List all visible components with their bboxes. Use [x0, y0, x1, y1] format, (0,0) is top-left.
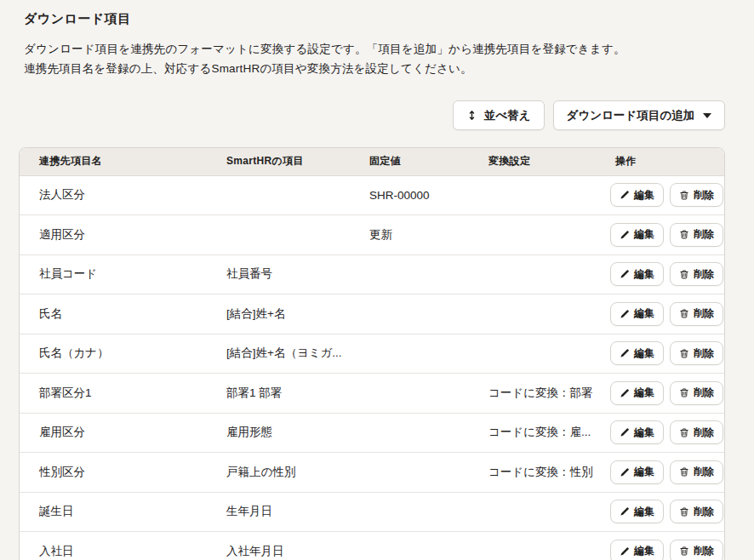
cell-smarthr-item: [結合]姓+名（ヨミガ... [226, 334, 369, 374]
cell-operations: 編集 削除 [610, 453, 724, 493]
edit-button-label: 編集 [634, 188, 654, 203]
column-header-destination-item-name: 連携先項目名 [20, 148, 226, 175]
trash-icon [679, 229, 689, 240]
trash-icon [679, 190, 689, 201]
cell-fixed-value [369, 532, 488, 560]
delete-button[interactable]: 削除 [670, 262, 723, 286]
table-row: 氏名（カナ） [結合]姓+名（ヨミガ... 編集 [20, 334, 724, 374]
delete-button[interactable]: 削除 [670, 183, 723, 207]
edit-button[interactable]: 編集 [610, 420, 664, 444]
delete-button[interactable]: 削除 [670, 420, 723, 444]
cell-destination-item-name: 入社日 [20, 532, 226, 560]
edit-button-label: 編集 [634, 426, 654, 440]
row-actions: 編集 削除 [610, 334, 724, 374]
cell-smarthr-item: [結合]姓+名 [226, 294, 369, 334]
cell-conversion-setting [488, 175, 610, 215]
sort-button-label: 並べ替え [484, 108, 531, 123]
cell-destination-item-name: 社員コード [20, 254, 226, 294]
cell-smarthr-item [226, 175, 369, 215]
edit-button[interactable]: 編集 [610, 381, 664, 405]
delete-button[interactable]: 削除 [670, 302, 723, 326]
pencil-icon [620, 348, 630, 358]
edit-button[interactable]: 編集 [610, 262, 664, 286]
edit-button-label: 編集 [634, 505, 654, 519]
cell-operations: 編集 削除 [610, 254, 724, 294]
sort-button[interactable]: 並べ替え [453, 100, 545, 130]
pencil-icon [620, 190, 630, 200]
delete-button[interactable]: 削除 [670, 460, 723, 484]
table-header: 連携先項目名 SmartHRの項目 固定値 変換設定 操作 [20, 148, 724, 175]
edit-button[interactable]: 編集 [610, 302, 664, 326]
row-actions: 編集 削除 [610, 493, 724, 532]
delete-button-label: 削除 [694, 306, 714, 321]
cell-operations: 編集 削除 [610, 215, 724, 255]
delete-button-label: 削除 [694, 188, 714, 203]
download-items-table: 連携先項目名 SmartHRの項目 固定値 変換設定 操作 法人区分 SHR-0… [19, 147, 725, 560]
cell-fixed-value [369, 374, 488, 414]
delete-button-label: 削除 [694, 544, 714, 558]
edit-button[interactable]: 編集 [610, 460, 664, 484]
cell-destination-item-name: 部署区分1 [20, 374, 226, 414]
cell-operations: 編集 削除 [610, 334, 724, 374]
cell-destination-item-name: 誕生日 [20, 492, 226, 532]
cell-fixed-value [369, 413, 488, 453]
page-title: ダウンロード項目 [24, 11, 754, 27]
delete-button[interactable]: 削除 [670, 223, 723, 247]
edit-button[interactable]: 編集 [610, 341, 664, 365]
row-actions: 編集 削除 [610, 532, 724, 560]
cell-conversion-setting [488, 492, 610, 532]
table-row: 部署区分1 部署1 部署 コードに変換：部署 編集 [20, 374, 724, 414]
edit-button[interactable]: 編集 [610, 223, 664, 247]
page-description-line2: 連携先項目名を登録の上、対応するSmartHRの項目や変換方法を設定してください… [24, 60, 754, 79]
pencil-icon [620, 467, 630, 477]
delete-button-label: 削除 [694, 267, 714, 282]
edit-button[interactable]: 編集 [610, 183, 664, 207]
cell-fixed-value: 更新 [369, 215, 488, 255]
trash-icon [679, 308, 689, 319]
cell-fixed-value [369, 254, 488, 294]
cell-operations: 編集 削除 [610, 294, 724, 334]
trash-icon [679, 427, 689, 438]
delete-button-label: 削除 [694, 505, 714, 519]
table-body: 法人区分 SHR-00000 編集 [20, 175, 724, 560]
cell-destination-item-name: 雇用区分 [20, 413, 226, 453]
edit-button[interactable]: 編集 [610, 500, 664, 523]
edit-button[interactable]: 編集 [610, 540, 664, 560]
page-description-line1: ダウンロード項目を連携先のフォーマットに変換する設定です。「項目を追加」から連携… [24, 40, 754, 60]
pencil-icon [620, 427, 630, 437]
table-row: 誕生日 生年月日 編集 [20, 492, 724, 532]
delete-button[interactable]: 削除 [670, 341, 723, 365]
cell-conversion-setting [488, 334, 610, 374]
delete-button-label: 削除 [694, 386, 714, 400]
row-actions: 編集 削除 [610, 215, 724, 254]
column-header-conversion-setting: 変換設定 [488, 148, 610, 175]
add-download-item-button[interactable]: ダウンロード項目の追加 [553, 100, 725, 130]
delete-button[interactable]: 削除 [670, 381, 723, 405]
table-row: 社員コード 社員番号 編集 [20, 254, 724, 294]
cell-smarthr-item: 戸籍上の性別 [226, 453, 369, 493]
download-items-table-grid: 連携先項目名 SmartHRの項目 固定値 変換設定 操作 法人区分 SHR-0… [20, 148, 724, 560]
cell-fixed-value [369, 453, 488, 493]
row-actions: 編集 削除 [610, 176, 724, 215]
cell-conversion-setting: コードに変換：雇... [488, 413, 610, 453]
cell-destination-item-name: 氏名 [20, 294, 226, 334]
table-row: 氏名 [結合]姓+名 編集 [20, 294, 724, 334]
edit-button-label: 編集 [634, 227, 654, 242]
table-row: 雇用区分 雇用形態 コードに変換：雇... 編集 [20, 413, 724, 453]
cell-smarthr-item: 生年月日 [226, 492, 369, 532]
delete-button-label: 削除 [694, 465, 714, 479]
cell-fixed-value: SHR-00000 [369, 175, 488, 215]
cell-operations: 編集 削除 [610, 532, 724, 560]
cell-operations: 編集 削除 [610, 492, 724, 532]
table-row: 性別区分 戸籍上の性別 コードに変換：性別 編集 [20, 453, 724, 493]
trash-icon [679, 269, 689, 280]
page-description: ダウンロード項目を連携先のフォーマットに変換する設定です。「項目を追加」から連携… [24, 40, 754, 78]
cell-fixed-value [369, 334, 488, 374]
cell-smarthr-item [226, 215, 369, 255]
trash-icon [679, 348, 689, 359]
cell-operations: 編集 削除 [610, 413, 724, 453]
delete-button[interactable]: 削除 [670, 540, 723, 560]
cell-operations: 編集 削除 [610, 175, 724, 215]
delete-button[interactable]: 削除 [670, 500, 723, 523]
table-header-row: 連携先項目名 SmartHRの項目 固定値 変換設定 操作 [20, 148, 724, 175]
